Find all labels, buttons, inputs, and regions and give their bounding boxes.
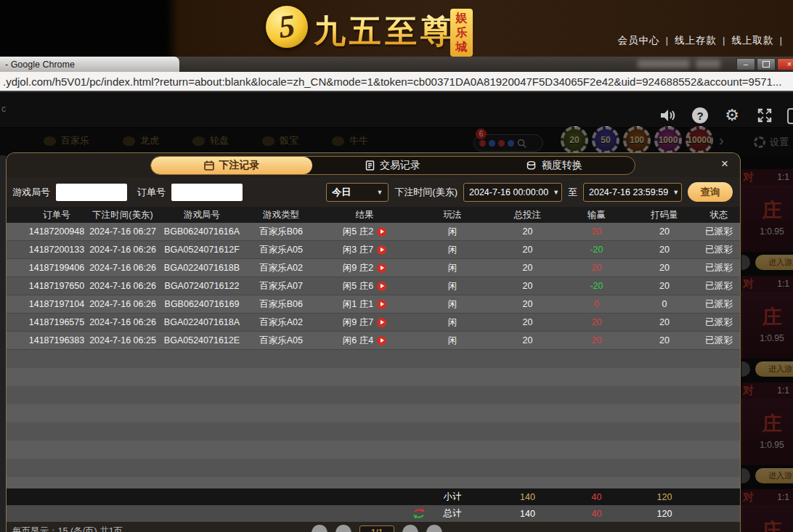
tab-bet-records[interactable]: 下注记录 <box>151 157 312 174</box>
time-to-value: 2024-7-16 23:59:59 <box>589 187 668 197</box>
modal-tabs: 下注记录 交易记录 额度转换 <box>150 156 635 175</box>
close-window-button[interactable]: × <box>777 58 793 70</box>
maximize-button[interactable] <box>757 58 776 70</box>
result-text: 闲5 庄6 <box>343 280 373 292</box>
cell-turnover: 20 <box>631 245 698 255</box>
cell-bet: 20 <box>493 335 562 345</box>
link-withdraw[interactable]: 线上取款 <box>731 35 773 46</box>
next-page-button[interactable]: › <box>402 525 418 532</box>
cell-win: 20 <box>562 317 631 327</box>
replay-icon[interactable] <box>377 282 386 291</box>
bet-time-label: 下注时间(美东) <box>394 186 458 199</box>
cell-time: 2024-7-16 06:27 <box>86 226 159 237</box>
link-separator: | <box>723 35 726 46</box>
cell-order: 14187197104 <box>7 299 86 309</box>
game-round-input[interactable] <box>56 184 127 201</box>
cell-round: BGA0524071612E <box>159 335 245 345</box>
result-text: 闲3 庄7 <box>343 244 373 256</box>
cell-bet: 20 <box>493 263 562 273</box>
search-button[interactable]: 查询 <box>688 182 733 202</box>
cell-order: 14187197650 <box>7 281 86 291</box>
cell-status: 已派彩 <box>698 316 740 329</box>
cell-status: 已派彩 <box>698 298 740 311</box>
replay-icon[interactable] <box>377 263 386 273</box>
cell-order: 14187199406 <box>7 263 86 273</box>
col-win-loss: 输赢 <box>562 209 631 221</box>
cell-result: 闲9 庄2 <box>317 262 412 274</box>
cell-win: 20 <box>562 263 631 273</box>
to-label: 至 <box>568 186 577 199</box>
pagination: « ‹ 1/1 › » <box>312 525 442 532</box>
table-row[interactable]: 14187199406 2024-7-16 06:26 BGA022407161… <box>7 259 740 277</box>
filter-row: 游戏局号 订单号 今日 ▼ 下注时间(美东) 2024-7-16 00:00:0… <box>7 177 740 207</box>
replay-icon[interactable] <box>377 300 386 309</box>
col-bet-time: 下注时间(美东) <box>86 209 159 221</box>
cell-game: 百家乐A02 <box>245 316 317 329</box>
table-row[interactable]: 14187197650 2024-7-16 06:26 BGA072407161… <box>7 277 740 295</box>
help-icon[interactable]: ? <box>692 107 708 123</box>
address-bar[interactable]: .ydjol.com/h5V01/pc/index.html?return=ab… <box>0 72 793 92</box>
replay-icon[interactable] <box>377 318 386 327</box>
time-from-select[interactable]: 2024-7-16 00:00:00 ▼ <box>463 183 562 202</box>
cell-order: 14187196383 <box>7 335 86 345</box>
cell-status: 已派彩 <box>698 280 740 292</box>
speaker-icon[interactable] <box>659 107 677 124</box>
col-total-bet: 总投注 <box>493 209 562 221</box>
replay-icon[interactable] <box>377 227 386 237</box>
first-page-button[interactable]: « <box>312 525 328 532</box>
close-icon[interactable]: × <box>721 157 728 170</box>
link-deposit[interactable]: 线上存款 <box>675 35 717 46</box>
cell-result: 闲5 庄6 <box>317 280 412 292</box>
table-row[interactable]: 14187200133 2024-7-16 06:26 BGA052407161… <box>7 241 740 259</box>
replay-icon[interactable] <box>377 245 386 255</box>
link-separator: | <box>665 35 669 46</box>
subtotal-row: 小计 140 40 120 <box>7 488 740 505</box>
tab-quota-transfer[interactable]: 额度转换 <box>473 157 635 174</box>
table-row[interactable]: 14187196575 2024-7-16 06:26 BGA022407161… <box>7 314 740 332</box>
maximize-icon <box>762 61 770 67</box>
logo-coin-number: 5 <box>277 10 296 44</box>
page-indicator: 1/1 <box>359 525 394 532</box>
cell-play: 闲 <box>412 262 493 274</box>
table-row[interactable]: 14187197104 2024-7-16 06:26 BGB062407161… <box>7 295 740 314</box>
col-play: 玩法 <box>412 209 493 221</box>
table-body: 14187200948 2024-7-16 06:27 BGB062407161… <box>7 223 740 350</box>
cell-round: BGA0224071618A <box>159 317 245 327</box>
cell-result: 闲6 庄4 <box>317 335 412 347</box>
cell-game: 百家乐A02 <box>245 262 317 274</box>
gear-icon[interactable]: ⚙ <box>723 107 741 124</box>
table-row[interactable]: 14187200948 2024-7-16 06:27 BGB062407161… <box>7 223 740 241</box>
modal-header: 下注记录 交易记录 额度转换 × <box>7 153 740 177</box>
link-member-center[interactable]: 会员中心 <box>617 35 659 46</box>
cell-play: 闲 <box>412 316 493 329</box>
col-game-type: 游戏类型 <box>245 209 317 221</box>
cell-order: 14187200133 <box>7 245 86 255</box>
tab-transaction-records[interactable]: 交易记录 <box>312 157 473 174</box>
result-text: 闲5 庄2 <box>343 226 373 238</box>
minimize-button[interactable]: – <box>736 58 755 70</box>
cut-off-text: c <box>1 104 6 114</box>
cell-status: 已派彩 <box>698 262 740 274</box>
fullscreen-icon[interactable] <box>756 107 773 124</box>
date-range-select[interactable]: 今日 ▼ <box>326 183 389 202</box>
prev-page-button[interactable]: ‹ <box>336 525 351 532</box>
last-page-button[interactable]: » <box>426 525 442 532</box>
calendar-icon <box>204 160 214 171</box>
tab-label: 额度转换 <box>542 159 582 172</box>
table-row[interactable]: 14187196383 2024-7-16 06:25 BGA052407161… <box>7 332 740 350</box>
logo-tag: 娱 乐 城 <box>450 9 473 57</box>
logo-coin-icon: 5 <box>266 6 308 48</box>
cell-turnover: 0 <box>631 299 698 309</box>
cell-bet: 20 <box>493 299 562 309</box>
replay-icon[interactable] <box>377 336 386 345</box>
cell-play: 闲 <box>412 298 493 311</box>
chevron-down-icon: ▼ <box>553 189 559 196</box>
cell-time: 2024-7-16 06:26 <box>86 245 159 255</box>
cell-round: BGB0624071616A <box>159 226 245 237</box>
refresh-swap-icon[interactable] <box>413 508 425 519</box>
modal-footer: 每页显示：15 (条/页) 共1页 « ‹ 1/1 › » <box>7 522 740 532</box>
time-to-select[interactable]: 2024-7-16 23:59:59 ▼ <box>583 183 682 202</box>
cell-status: 已派彩 <box>698 335 740 347</box>
window-title: - Google Chrome <box>0 57 179 72</box>
order-no-input[interactable] <box>171 184 243 201</box>
